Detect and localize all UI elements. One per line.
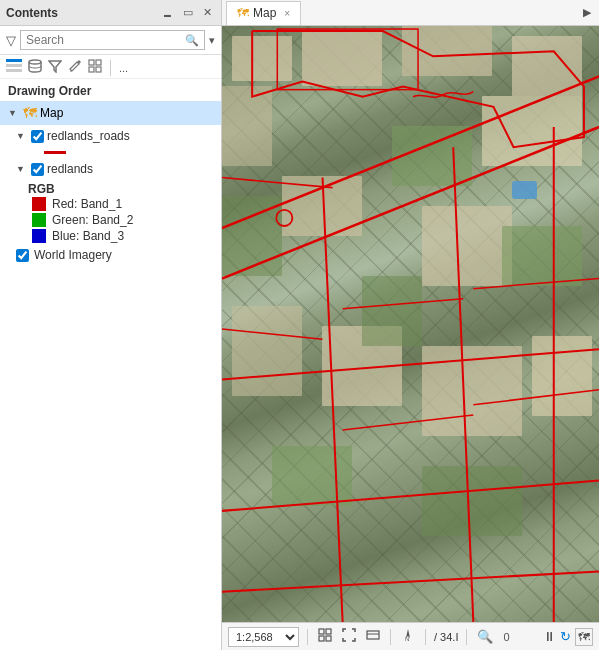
roads-legend-item — [0, 147, 221, 158]
band-row-blue: Blue: Band_3 — [0, 228, 221, 244]
map-tab-icon: 🗺 — [237, 6, 249, 20]
toolbar-row: ... — [0, 55, 221, 79]
checkbox-world-imagery[interactable] — [16, 249, 29, 262]
svg-rect-0 — [6, 59, 22, 62]
edit-icon[interactable] — [68, 59, 82, 76]
search-options-icon[interactable]: ▾ — [209, 34, 215, 47]
north-arrow-icon[interactable]: N — [399, 627, 417, 646]
svg-line-11 — [222, 127, 599, 279]
svg-line-18 — [343, 299, 464, 309]
scale-selector[interactable]: 1:2,568 1:500 1:1,000 1:5,000 1:10,000 — [228, 627, 299, 647]
more-options-button[interactable]: ... — [119, 62, 128, 74]
pause-button[interactable]: ⏸ — [543, 629, 556, 644]
svg-line-14 — [222, 349, 599, 379]
svg-line-10 — [222, 77, 599, 229]
expand-arrow-roads[interactable]: ▼ — [16, 131, 28, 141]
green-band-label: Green: Band_2 — [52, 213, 133, 227]
tab-close-button[interactable]: × — [284, 8, 290, 19]
search-input[interactable] — [26, 33, 185, 47]
svg-line-25 — [222, 571, 599, 591]
redlands-roads-layer-name: redlands_roads — [47, 129, 130, 143]
map-layer-icon: 🗺 — [23, 105, 37, 121]
full-extent-icon[interactable] — [364, 627, 382, 646]
svg-point-22 — [276, 210, 292, 226]
map-overlay-svg — [222, 26, 599, 622]
database-icon[interactable] — [28, 59, 42, 76]
zoom-extent-icon[interactable] — [340, 627, 358, 646]
magnify-icon[interactable]: 🔍 — [475, 628, 495, 645]
svg-line-16 — [222, 178, 333, 188]
zero-icon[interactable]: 0 — [501, 630, 511, 644]
status-bar: 1:2,568 1:500 1:1,000 1:5,000 1:10,000 N — [222, 622, 599, 650]
svg-line-13 — [453, 147, 473, 622]
grid-icon[interactable] — [88, 59, 102, 76]
status-separator-2 — [390, 629, 391, 645]
svg-rect-8 — [89, 67, 94, 72]
svg-rect-27 — [326, 629, 331, 634]
svg-rect-6 — [89, 60, 94, 65]
panel-header: Contents 🗕 ▭ ✕ — [0, 0, 221, 26]
svg-line-12 — [323, 178, 343, 622]
status-separator-4 — [466, 629, 467, 645]
map-tab-bar: 🗺 Map × ▶ — [222, 0, 599, 26]
status-right-controls: ⏸ ↻ 🗺 — [543, 628, 593, 646]
tab-scroll-right[interactable]: ▶ — [579, 4, 595, 21]
expand-arrow-map[interactable]: ▼ — [8, 108, 20, 118]
map-tab-label: Map — [253, 6, 276, 20]
layer-item-world-imagery[interactable]: World Imagery — [0, 244, 221, 266]
map-canvas[interactable] — [222, 26, 599, 622]
map-area: 🗺 Map × ▶ — [222, 0, 599, 650]
svg-marker-4 — [49, 61, 61, 72]
green-band-swatch — [32, 213, 46, 227]
navigate-to-icon[interactable] — [316, 627, 334, 646]
filter-view-icon[interactable] — [48, 59, 62, 76]
expand-arrow-redlands[interactable]: ▼ — [16, 164, 28, 174]
status-separator-1 — [307, 629, 308, 645]
svg-rect-2 — [6, 69, 22, 72]
redlands-layer-name: redlands — [47, 162, 93, 176]
refresh-button[interactable]: ↻ — [560, 629, 571, 644]
coordinates-display: / 34.I — [434, 631, 458, 643]
contents-panel: Contents 🗕 ▭ ✕ ▽ 🔍 ▾ — [0, 0, 222, 650]
red-band-swatch — [32, 197, 46, 211]
red-band-label: Red: Band_1 — [52, 197, 122, 211]
rgb-label: RGB — [0, 180, 221, 196]
svg-rect-29 — [326, 636, 331, 641]
svg-line-21 — [473, 390, 599, 405]
toolbar-separator — [110, 60, 111, 76]
svg-rect-30 — [367, 631, 379, 639]
status-separator-3 — [425, 629, 426, 645]
svg-line-17 — [222, 329, 323, 339]
pin-icon[interactable]: 🗕 — [159, 6, 176, 20]
svg-text:N: N — [405, 636, 409, 642]
mini-map-icon[interactable]: 🗺 — [575, 628, 593, 646]
world-imagery-layer-name: World Imagery — [34, 248, 112, 262]
svg-rect-28 — [319, 636, 324, 641]
svg-rect-7 — [96, 60, 101, 65]
svg-rect-9 — [96, 67, 101, 72]
panel-header-icons: 🗕 ▭ ✕ — [159, 5, 215, 20]
band-row-red: Red: Band_1 — [0, 196, 221, 212]
blue-band-swatch — [32, 229, 46, 243]
svg-line-15 — [222, 481, 599, 511]
map-tab[interactable]: 🗺 Map × — [226, 1, 301, 25]
search-bar: ▽ 🔍 ▾ — [0, 26, 221, 55]
band-row-green: Green: Band_2 — [0, 212, 221, 228]
layer-item-redlands[interactable]: ▼ redlands — [0, 158, 221, 180]
svg-line-19 — [473, 279, 599, 289]
svg-point-3 — [29, 60, 41, 64]
drawing-order-label: Drawing Order — [0, 79, 221, 101]
panel-title: Contents — [6, 6, 58, 20]
checkbox-redlands-roads[interactable] — [31, 130, 44, 143]
layer-item-map[interactable]: ▼ 🗺 Map — [0, 101, 221, 125]
svg-line-20 — [343, 415, 474, 430]
checkbox-redlands[interactable] — [31, 163, 44, 176]
layer-item-redlands-roads[interactable]: ▼ redlands_roads — [0, 125, 221, 147]
search-go-icon[interactable]: 🔍 — [185, 34, 199, 47]
filter-icon[interactable]: ▽ — [6, 33, 16, 48]
list-view-icon[interactable] — [6, 59, 22, 76]
float-icon[interactable]: ▭ — [180, 5, 196, 20]
blue-band-label: Blue: Band_3 — [52, 229, 124, 243]
close-icon[interactable]: ✕ — [200, 5, 215, 20]
layer-tree: ▼ 🗺 Map ▼ redlands_roads — [0, 101, 221, 650]
